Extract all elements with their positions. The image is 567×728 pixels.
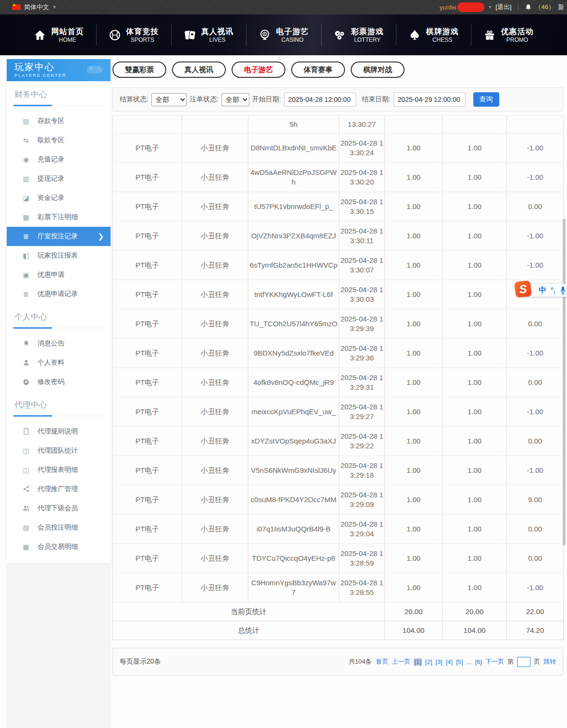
- nav-item-lives[interactable]: 真人视讯LIVES: [172, 26, 246, 44]
- sidebar-item-资金记录[interactable]: ◪资金记录: [7, 188, 111, 208]
- main-nav: 网站首页HOME体育竞技SPORTS真人视讯LIVES电子游艺CASINO彩票游…: [0, 14, 567, 55]
- nav-item-sports[interactable]: 体育竞技SPORTS: [97, 26, 171, 44]
- username-label: yunfei: [440, 4, 456, 11]
- notice-count[interactable]: （46）: [535, 3, 555, 12]
- category-tabs: 雙赢彩票真人视讯电子游艺体育赛事棋牌对战: [112, 62, 563, 78]
- microphone-icon[interactable]: [560, 286, 566, 295]
- tab-体育赛事[interactable]: 体育赛事: [291, 62, 345, 78]
- sidebar-footer: [7, 563, 111, 728]
- sidebar-item-存款专区[interactable]: ▤存款专区: [7, 111, 111, 131]
- valid-bet-cell: 1.00: [443, 544, 507, 573]
- nav-label-zh: 网站首页: [51, 26, 84, 37]
- jump-go-button[interactable]: 跳转: [543, 657, 556, 666]
- order-status-select[interactable]: 全部: [222, 93, 249, 106]
- sidebar-item-代理推广管理[interactable]: 代理推广管理: [7, 480, 111, 499]
- table-row: PT电子小丑狂奔xDYZstVOpSqep4uG3aXJ2025-04-28 1…: [113, 427, 564, 456]
- page-link-首页[interactable]: 首页: [376, 657, 388, 666]
- end-date-input[interactable]: [394, 92, 466, 107]
- sidebar-item-会员交易明细[interactable]: ▦会员交易明细: [7, 537, 111, 556]
- tab-棋牌对战[interactable]: 棋牌对战: [351, 62, 405, 78]
- table-row: PT电子小丑狂奔6sTymfGb2an5c1HHWVCp2025-04-28 1…: [113, 251, 564, 280]
- game-type-cell: PT电子: [113, 192, 182, 222]
- time-cell: 2025-04-28 13:29:31: [339, 368, 385, 397]
- ime-punctuation-toggle[interactable]: °,: [551, 286, 555, 294]
- page-link-上一页[interactable]: 上一页: [392, 657, 410, 666]
- time-cell: 2025-04-28 13:28:55: [339, 573, 385, 603]
- sidebar-item-代理下级会员[interactable]: 代理下级会员: [7, 499, 111, 518]
- sidebar-item-label: 彩票下注明细: [37, 213, 78, 222]
- promo-apply-icon: ▣: [22, 271, 30, 279]
- tab-真人视讯[interactable]: 真人视讯: [172, 62, 226, 78]
- valid-bet-cell: 1.00: [443, 427, 507, 456]
- sidebar-item-代理规则说明[interactable]: 代理规则说明: [7, 422, 111, 441]
- nav-item-promo[interactable]: 优惠活动PROMO: [471, 26, 546, 44]
- language-switcher[interactable]: 简体中文 ▼: [12, 3, 57, 12]
- sidebar-item-代理团队统计[interactable]: ◫代理团队统计: [7, 441, 111, 460]
- valid-bet-cell: 1.00: [443, 222, 507, 251]
- win-loss-cell: 0.00: [507, 309, 564, 339]
- nav-label-zh: 真人视讯: [201, 26, 234, 37]
- total-count-label: 共104条: [349, 657, 372, 666]
- page-link-3[interactable]: [3]: [435, 658, 442, 666]
- time-cell: 2025-04-28 13:29:04: [339, 515, 385, 544]
- sidebar-item-彩票下注明细[interactable]: ▦彩票下注明细: [7, 208, 111, 227]
- valid-bet-cell: 1.00: [443, 368, 507, 397]
- query-button[interactable]: 查询: [473, 92, 499, 107]
- start-date-input[interactable]: [284, 92, 356, 107]
- nav-item-chess[interactable]: 棋牌游戏CHESS: [396, 26, 471, 44]
- sidebar-item-label: 会员投注明细: [37, 523, 78, 532]
- sidebar-item-修改密码[interactable]: 修改密码: [7, 372, 111, 392]
- sidebar-item-玩家投注报表[interactable]: ◧玩家投注报表: [7, 246, 111, 265]
- valid-bet-cell: 1.00: [443, 515, 507, 544]
- sidebar-item-取款专区[interactable]: ⇆取款专区: [7, 131, 111, 150]
- bet-amount-cell: 1.00: [385, 485, 443, 515]
- settle-status-select[interactable]: 全部: [151, 93, 187, 106]
- game-type-cell: PT电子: [113, 573, 182, 603]
- lottery-icon: [333, 29, 346, 41]
- sports-icon: [109, 29, 121, 41]
- chess-icon: [408, 29, 421, 41]
- ime-language-toggle[interactable]: 中: [539, 285, 546, 296]
- page-link-5[interactable]: [5]: [456, 658, 463, 666]
- page-link-下一页[interactable]: 下一页: [485, 657, 504, 666]
- logout-button[interactable]: [退出]: [495, 3, 511, 12]
- page-link-...: ...: [467, 658, 472, 666]
- jump-page-input[interactable]: [517, 657, 530, 667]
- nav-item-casino[interactable]: 电子游艺CASINO: [247, 26, 321, 44]
- nav-item-lottery[interactable]: 彩票游戏LOTTERY: [321, 26, 396, 44]
- sidebar-item-厅室投注记录[interactable]: ≣厅室投注记录❯: [7, 227, 111, 246]
- sidebar-item-提现记录[interactable]: ▥提现记录: [7, 169, 111, 188]
- gamepad-decoration-icon: [86, 62, 106, 76]
- sidebar-item-label: 代理团队统计: [37, 446, 78, 455]
- sidebar-item-优惠申请[interactable]: ▣优惠申请: [7, 265, 111, 284]
- tab-电子游艺[interactable]: 电子游艺: [232, 62, 285, 78]
- sidebar-section-title: 财务中心: [13, 89, 104, 106]
- nav-label-zh: 棋牌游戏: [426, 26, 459, 37]
- sidebar-item-代理报表明细[interactable]: ◫代理报表明细: [7, 460, 111, 480]
- sidebar-item-充值记录[interactable]: ◉充值记录: [7, 150, 111, 169]
- sidebar-item-label: 会员交易明细: [37, 543, 78, 551]
- page-link-2[interactable]: [2]: [425, 658, 432, 666]
- sogou-ime-logo[interactable]: S: [514, 280, 531, 297]
- bet-id-cell: OjVZhNni3PZXB4qm8EZJ: [248, 222, 339, 251]
- sidebar-item-优惠申请记录[interactable]: ≣优惠申请记录: [7, 284, 111, 304]
- table-row-partial: 5h13:30:27: [113, 116, 564, 134]
- chevron-down-icon[interactable]: ▼: [488, 5, 492, 10]
- table-scrollbar[interactable]: [563, 219, 566, 545]
- bell-icon[interactable]: [525, 4, 532, 11]
- table-row: PT电子小丑狂奔TDYCu7QiccqO4yEHz-p82025-04-28 1…: [113, 544, 564, 573]
- page-link-6[interactable]: [6]: [475, 658, 482, 666]
- page-link-1[interactable]: [1]: [414, 658, 421, 666]
- sidebar-item-消息公告[interactable]: 消息公告: [7, 334, 111, 353]
- valid-bet-cell: 1.00: [443, 309, 507, 339]
- page-link-4[interactable]: [4]: [446, 658, 453, 666]
- sidebar-item-会员投注明细[interactable]: ▤会员投注明细: [7, 518, 111, 537]
- bet-id-cell: xDYZstVOpSqep4uG3aXJ: [248, 427, 339, 456]
- tab-雙赢彩票[interactable]: 雙赢彩票: [112, 62, 166, 78]
- members-icon: [22, 505, 30, 512]
- notice-label[interactable]: 新: [558, 3, 564, 12]
- sidebar-item-个人资料[interactable]: 个人资料: [7, 353, 111, 372]
- game-type-cell: PT电子: [113, 485, 182, 515]
- bet-amount-cell: 1.00: [385, 134, 443, 163]
- nav-item-home[interactable]: 网站首页HOME: [22, 26, 96, 44]
